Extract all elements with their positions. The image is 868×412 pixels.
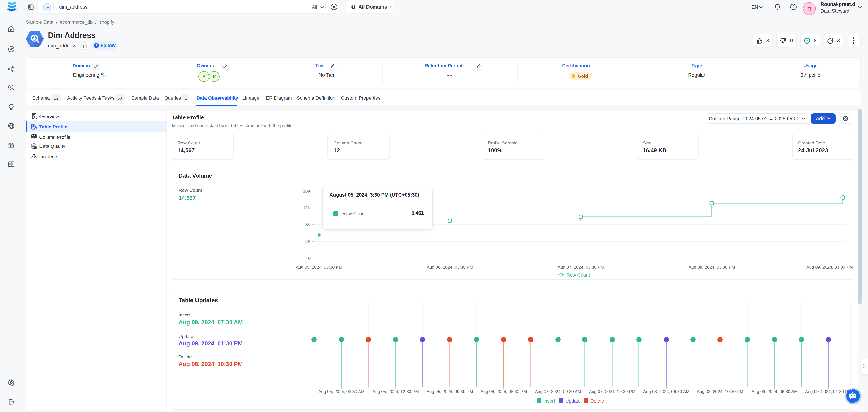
svg-text:Aug 08, 2024, 06:30 AM: Aug 08, 2024, 06:30 AM — [643, 389, 689, 394]
svg-text:Insert: Insert — [543, 398, 555, 403]
svg-text:Aug 09, 2024, 03:30 PM: Aug 09, 2024, 03:30 PM — [806, 265, 853, 270]
svg-text:Aug 09, 2024, 01:30 PM: Aug 09, 2024, 01:30 PM — [805, 389, 851, 394]
svg-text:Delete: Delete — [590, 398, 604, 403]
svg-text:0: 0 — [308, 256, 310, 261]
svg-text:Aug 05, 2024, 03:30 PM: Aug 05, 2024, 03:30 PM — [296, 265, 342, 270]
svg-text:Aug 05, 2024, 09:30 PM: Aug 05, 2024, 09:30 PM — [426, 389, 473, 394]
svg-text:Aug 05, 2024, 03:30 AM: Aug 05, 2024, 03:30 AM — [318, 389, 365, 394]
svg-text:Aug 08, 2024, 03:30 PM: Aug 08, 2024, 03:30 PM — [688, 265, 735, 270]
svg-text:Aug 07, 2024, 10:30 PM: Aug 07, 2024, 10:30 PM — [589, 389, 635, 394]
svg-text:Aug 06, 2024, 08:30 PM: Aug 06, 2024, 08:30 PM — [480, 389, 527, 394]
svg-text:4K: 4K — [305, 239, 311, 244]
svg-text:Row Count: Row Count — [566, 272, 590, 278]
svg-text:Aug 07, 2024, 09:30 AM: Aug 07, 2024, 09:30 AM — [535, 389, 581, 394]
svg-text:Aug 09, 2024, 06:30 AM: Aug 09, 2024, 06:30 AM — [751, 389, 798, 394]
svg-text:8K: 8K — [305, 222, 311, 227]
svg-text:16K: 16K — [303, 189, 310, 194]
svg-text:12K: 12K — [303, 205, 310, 210]
svg-text:Update: Update — [565, 398, 581, 403]
svg-text:Aug 05, 2024, 12:30 PM: Aug 05, 2024, 12:30 PM — [372, 389, 419, 394]
svg-text:Aug 06, 2024, 03:30 PM: Aug 06, 2024, 03:30 PM — [427, 265, 473, 270]
svg-text:Aug 07, 2024, 03:30 PM: Aug 07, 2024, 03:30 PM — [557, 265, 604, 270]
svg-text:Aug 08, 2024, 10:30 PM: Aug 08, 2024, 10:30 PM — [696, 389, 743, 394]
